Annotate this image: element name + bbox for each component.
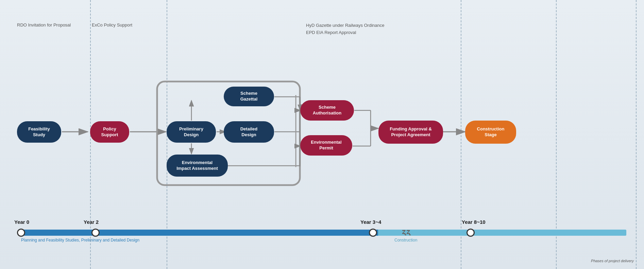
construction-sublabel: Construction	[394, 238, 417, 243]
year810-label: Year 8~10	[462, 219, 486, 225]
timeline-bar-blue	[21, 230, 378, 236]
scheme-gazettal-node: SchemeGazettal	[224, 87, 274, 106]
timeline-bar-light	[378, 230, 626, 236]
planning-sublabel: Planning and Feasibility Studies, Prelim…	[21, 238, 139, 243]
construction-stage-node: ConstructionStage	[465, 121, 516, 144]
year2-label: Year 2	[84, 219, 99, 225]
year0-label: Year 0	[14, 219, 29, 225]
funding-approval-node: Funding Approval &Project Agreement	[378, 121, 443, 144]
policy-support-node: PolicySupport	[90, 121, 129, 143]
timeline-bar-area: ʐ ʐ	[21, 230, 624, 236]
environmental-impact-node: EnvironmentalImpact Assessment	[167, 155, 228, 177]
timeline-circle-year0	[17, 229, 25, 237]
top-label-rdo: RDO Invitation for Proposal	[17, 22, 71, 28]
detailed-design-node: DetailedDesign	[224, 121, 274, 143]
year34-label: Year 3~4	[360, 219, 381, 225]
preliminary-design-node: PreliminaryDesign	[167, 121, 216, 143]
timeline-circle-year2	[91, 229, 100, 237]
top-label-exco: ExCo Policy Support	[92, 22, 132, 28]
dashed-line-4	[556, 0, 557, 269]
zigzag-symbol: ʐ ʐ	[402, 228, 409, 236]
timeline-circle-year34	[369, 229, 377, 237]
dashed-line-5	[636, 0, 637, 269]
bottom-caption: Phases of project delivery	[591, 259, 634, 263]
timeline-circle-year810	[467, 229, 475, 237]
top-label-hyd: HyD Gazette under Railways OrdinanceEPD …	[306, 22, 385, 36]
diagram-container: RDO Invitation for Proposal ExCo Policy …	[0, 0, 644, 269]
environmental-permit-node: EnvironmentalPermit	[300, 135, 352, 156]
dashed-line-3	[461, 0, 461, 269]
feasibility-study-node: Feasibility Study	[17, 121, 61, 143]
scheme-authorisation-node: SchemeAuthorisation	[300, 100, 354, 121]
